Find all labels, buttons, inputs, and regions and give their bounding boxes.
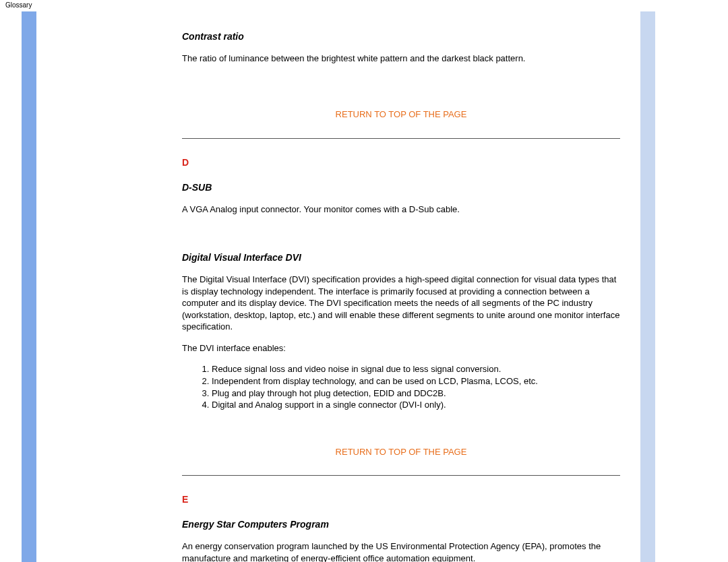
list-item: Plug and play through hot plug detection…	[212, 387, 620, 400]
dvi-feature-list: Reduce signal loss and video noise in si…	[212, 363, 620, 410]
section-divider	[182, 138, 620, 139]
glossary-content: Contrast ratio The ratio of luminance be…	[36, 11, 640, 562]
body-energy-star: An energy conservation program launched …	[182, 540, 620, 562]
return-to-top-link[interactable]: RETURN TO TOP OF THE PAGE	[182, 446, 620, 458]
body-contrast-ratio: The ratio of luminance between the brigh…	[182, 53, 620, 65]
term-contrast-ratio: Contrast ratio	[182, 30, 620, 43]
term-energy-star: Energy Star Computers Program	[182, 518, 620, 531]
body-dvi-1: The Digital Visual Interface (DVI) speci…	[182, 274, 620, 333]
term-dvi: Digital Visual Interface DVI	[182, 251, 620, 264]
term-d-sub: D-SUB	[182, 181, 620, 194]
letter-anchor-e: E	[182, 493, 620, 506]
body-d-sub: A VGA Analog input connector. Your monit…	[182, 204, 620, 216]
page-container: Contrast ratio The ratio of luminance be…	[0, 11, 728, 562]
body-dvi-2: The DVI interface enables:	[182, 342, 620, 354]
right-accent-bar	[640, 11, 655, 562]
section-divider	[182, 475, 620, 476]
list-item: Reduce signal loss and video noise in si…	[212, 363, 620, 375]
list-item: Digital and Analog support in a single c…	[212, 399, 620, 411]
return-to-top-link[interactable]: RETURN TO TOP OF THE PAGE	[182, 108, 620, 121]
page-header-label: Glossary	[0, 0, 728, 9]
list-item: Independent from display technology, and…	[212, 375, 620, 387]
letter-anchor-d: D	[182, 156, 620, 169]
left-accent-bar	[22, 11, 36, 562]
